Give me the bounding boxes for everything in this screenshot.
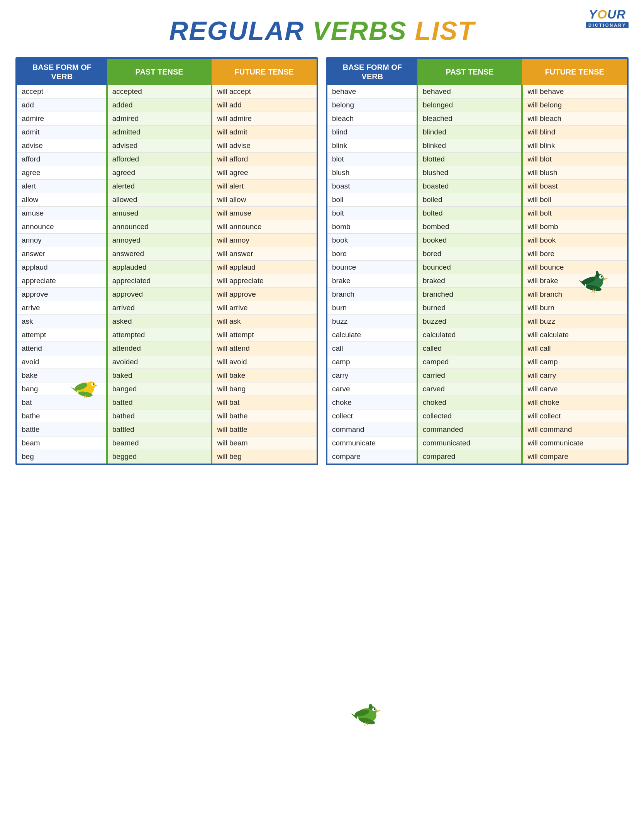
table-row: blinkblinkedwill blink (327, 139, 627, 153)
past-tense-cell: collected (417, 409, 522, 423)
past-tense-cell: baked (107, 369, 212, 382)
svg-marker-4 (95, 385, 98, 387)
future-tense-cell: will answer (212, 247, 317, 261)
future-tense-cell: will advise (212, 139, 317, 153)
base-form-cell: avoid (17, 355, 107, 369)
future-tense-cell: will communicate (522, 437, 627, 450)
past-tense-cell: behaved (417, 85, 522, 99)
table-row: admitadmittedwill admit (17, 126, 317, 139)
right-table: BASE FORM OF VERB PAST TENSE FUTURE TENS… (326, 57, 629, 465)
future-tense-cell: will boil (522, 193, 627, 207)
base-form-cell: beam (17, 437, 107, 450)
future-tense-cell: will buzz (522, 315, 627, 328)
table-row: approveapprovedwill approve (17, 288, 317, 301)
table-row: buzzbuzzedwill buzz (327, 315, 627, 328)
past-tense-cell: alerted (107, 180, 212, 193)
future-tense-cell: will bang (212, 382, 317, 396)
future-tense-cell: will allow (212, 193, 317, 207)
table-row: allowallowedwill allow (17, 193, 317, 207)
table-row: acceptacceptedwill accept (17, 85, 317, 99)
table-row: applaudapplaudedwill applaud (17, 261, 317, 274)
past-tense-cell: asked (107, 315, 212, 328)
base-form-cell: applaud (17, 261, 107, 274)
table-row: beambeamedwill beam (17, 437, 317, 450)
base-form-cell: calculate (327, 328, 417, 342)
table-row: belongbelongedwill belong (327, 99, 627, 112)
table-row: alertalertedwill alert (17, 180, 317, 193)
past-tense-cell: amused (107, 207, 212, 220)
header-past-tense: PAST TENSE (107, 59, 212, 85)
table-row: campcampedwill camp (327, 355, 627, 369)
future-tense-cell: will admire (212, 112, 317, 126)
table-row: carvecarvedwill carve (327, 382, 627, 396)
header-row: BASE FORM OF VERB PAST TENSE FUTURE TENS… (17, 59, 317, 85)
future-tense-cell: will arrive (212, 301, 317, 315)
future-tense-cell: will admit (212, 126, 317, 139)
future-tense-cell: will battle (212, 423, 317, 437)
past-tense-cell: advised (107, 139, 212, 153)
past-tense-cell: blotted (417, 153, 522, 166)
past-tense-cell: choked (417, 396, 522, 409)
table-row: blotblottedwill blot (327, 153, 627, 166)
base-form-cell: bolt (327, 207, 417, 220)
future-tense-cell: will call (522, 342, 627, 355)
base-form-cell: bore (327, 247, 417, 261)
base-form-cell: burn (327, 301, 417, 315)
past-tense-cell: accepted (107, 85, 212, 99)
base-form-cell: approve (17, 288, 107, 301)
logo: YOUR DICTIONARY (586, 8, 629, 28)
table-row: affordaffordedwill afford (17, 153, 317, 166)
table-row: bakebakedwill bake (17, 369, 317, 382)
past-tense-cell: bolted (417, 207, 522, 220)
svg-point-13 (374, 708, 376, 710)
base-form-cell: choke (327, 396, 417, 409)
table-row: amuseamusedwill amuse (17, 207, 317, 220)
table-row: collectcollectedwill collect (327, 409, 627, 423)
table-row: addaddedwill add (17, 99, 317, 112)
past-tense-cell: bombed (417, 220, 522, 234)
past-tense-cell: compared (417, 450, 522, 464)
header-row: BASE FORM OF VERB PAST TENSE FUTURE TENS… (327, 59, 627, 85)
base-form-cell: appreciate (17, 274, 107, 288)
base-form-cell: answer (17, 247, 107, 261)
base-form-cell: announce (17, 220, 107, 234)
table-row: arrivearrivedwill arrive (17, 301, 317, 315)
header-future-tense: FUTURE TENSE (522, 59, 627, 85)
bird-decoration-3 (578, 266, 613, 297)
future-tense-cell: will compare (522, 450, 627, 464)
base-form-cell: attend (17, 342, 107, 355)
past-tense-cell: afforded (107, 153, 212, 166)
base-form-cell: admire (17, 112, 107, 126)
table-row: burnburnedwill burn (327, 301, 627, 315)
svg-marker-25 (603, 278, 608, 280)
svg-point-1 (87, 381, 95, 389)
table-row: askaskedwill ask (17, 315, 317, 328)
future-tense-cell: will bathe (212, 409, 317, 423)
base-form-cell: battle (17, 423, 107, 437)
future-tense-cell: will belong (522, 99, 627, 112)
base-form-cell: blush (327, 166, 417, 180)
base-form-cell: alert (17, 180, 107, 193)
table-row: communicatecommunicatedwill communicate (327, 437, 627, 450)
header-base-form: BASE FORM OF VERB (17, 59, 107, 85)
past-tense-cell: carried (417, 369, 522, 382)
future-tense-cell: will blink (522, 139, 627, 153)
past-tense-cell: bleached (417, 112, 522, 126)
past-tense-cell: bathed (107, 409, 212, 423)
past-tense-cell: boasted (417, 180, 522, 193)
future-tense-cell: will blot (522, 153, 627, 166)
base-form-cell: command (327, 423, 417, 437)
table-row: bombbombedwill bomb (327, 220, 627, 234)
past-tense-cell: answered (107, 247, 212, 261)
table-row: bathebathedwill bathe (17, 409, 317, 423)
base-form-cell: carry (327, 369, 417, 382)
past-tense-cell: blinded (417, 126, 522, 139)
table-row: callcalledwill call (327, 342, 627, 355)
base-form-cell: boast (327, 180, 417, 193)
base-form-cell: blink (327, 139, 417, 153)
past-tense-cell: belonged (417, 99, 522, 112)
base-form-cell: blind (327, 126, 417, 139)
past-tense-cell: batted (107, 396, 212, 409)
tables-wrapper: BASE FORM OF VERB PAST TENSE FUTURE TENS… (15, 57, 629, 465)
past-tense-cell: avoided (107, 355, 212, 369)
